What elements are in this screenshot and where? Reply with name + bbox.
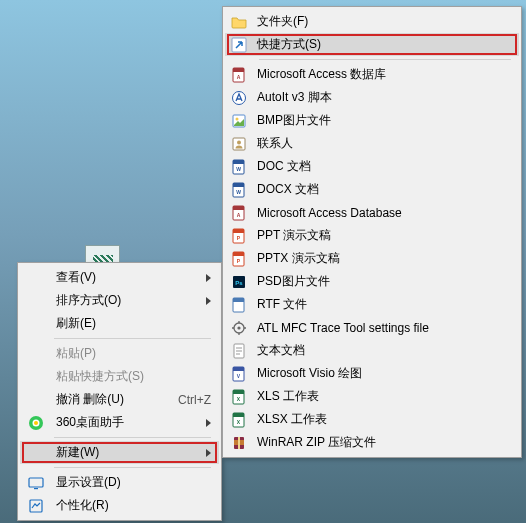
doc-icon: W [229, 159, 249, 175]
menu-item-label: 新建(W) [56, 444, 188, 461]
svg-text:W: W [236, 166, 241, 172]
context-menu: 查看(V) 排序方式(O) 刷新(E) 粘贴(P) 粘贴快捷方式(S) 撤消 删… [17, 262, 222, 521]
svg-point-14 [237, 140, 241, 144]
submenu-arrow-icon [206, 449, 211, 457]
360-icon [24, 415, 48, 431]
submenu-item[interactable]: AMicrosoft Access 数据库 [225, 63, 519, 86]
submenu-item[interactable]: AutoIt v3 脚本 [225, 86, 519, 109]
doc-icon: W [229, 182, 249, 198]
menu-item-new[interactable]: 新建(W) [20, 441, 219, 464]
svg-rect-25 [233, 229, 244, 233]
svg-rect-33 [233, 298, 244, 302]
svg-rect-5 [30, 500, 42, 512]
svg-rect-4 [34, 488, 38, 489]
menu-item-360[interactable]: 360桌面助手 [20, 411, 219, 434]
submenu-item[interactable]: AMicrosoft Access Database [225, 201, 519, 224]
blank-icon [24, 293, 48, 309]
ppt-icon: P [229, 228, 249, 244]
settings-icon [229, 320, 249, 336]
svg-point-12 [236, 117, 239, 120]
submenu-item[interactable]: PPPT 演示文稿 [225, 224, 519, 247]
blank-icon [24, 346, 48, 362]
svg-text:A: A [237, 212, 241, 218]
submenu-item[interactable]: 快捷方式(S) [225, 33, 519, 56]
submenu-item-label: PPTX 演示文稿 [257, 250, 511, 267]
menu-item-label: 个性化(R) [56, 497, 211, 514]
menu-item-label: 360桌面助手 [56, 414, 188, 431]
blank-icon [24, 270, 48, 286]
submenu-arrow-icon [206, 297, 211, 305]
svg-rect-16 [233, 160, 244, 164]
menu-item-refresh[interactable]: 刷新(E) [20, 312, 219, 335]
submenu-item-label: Microsoft Visio 绘图 [257, 365, 511, 382]
svg-rect-51 [233, 413, 244, 417]
submenu-item[interactable]: RTF 文件 [225, 293, 519, 316]
bmp-icon [229, 113, 249, 129]
menu-item-label: 显示设置(D) [56, 474, 211, 491]
menu-item-label: 粘贴快捷方式(S) [56, 368, 211, 385]
menu-item-undo-delete[interactable]: 撤消 删除(U) Ctrl+Z [20, 388, 219, 411]
submenu-item[interactable]: VMicrosoft Visio 绘图 [225, 362, 519, 385]
menu-item-label: 粘贴(P) [56, 345, 211, 362]
svg-text:A: A [237, 74, 241, 80]
submenu-item[interactable]: XXLSX 工作表 [225, 408, 519, 431]
access-icon: A [229, 205, 249, 221]
menu-item-label: 撤消 删除(U) [56, 391, 158, 408]
submenu-item[interactable]: BMP图片文件 [225, 109, 519, 132]
rtf-icon [229, 297, 249, 313]
submenu-item-label: AutoIt v3 脚本 [257, 89, 511, 106]
psd-icon: Ps [229, 274, 249, 290]
menu-item-view[interactable]: 查看(V) [20, 266, 219, 289]
submenu-item[interactable]: WinRAR ZIP 压缩文件 [225, 431, 519, 454]
submenu-item[interactable]: XXLS 工作表 [225, 385, 519, 408]
blank-icon [24, 316, 48, 332]
menu-separator [54, 338, 211, 339]
submenu-item-label: 联系人 [257, 135, 511, 152]
ppt-icon: P [229, 251, 249, 267]
submenu-item-label: ATL MFC Trace Tool settings file [257, 321, 511, 335]
submenu-item-label: WinRAR ZIP 压缩文件 [257, 434, 511, 451]
submenu-item-label: DOCX 文档 [257, 181, 511, 198]
submenu-item-label: Microsoft Access 数据库 [257, 66, 511, 83]
submenu-item-label: XLSX 工作表 [257, 411, 511, 428]
submenu-item[interactable]: ATL MFC Trace Tool settings file [225, 316, 519, 339]
blank-icon [24, 445, 48, 461]
new-submenu: 文件夹(F)快捷方式(S)AMicrosoft Access 数据库AutoIt… [222, 6, 522, 458]
menu-separator [54, 437, 211, 438]
submenu-item[interactable]: PsPSD图片文件 [225, 270, 519, 293]
submenu-item[interactable]: 联系人 [225, 132, 519, 155]
menu-item-sort[interactable]: 排序方式(O) [20, 289, 219, 312]
submenu-item-label: PSD图片文件 [257, 273, 511, 290]
menu-item-personalize[interactable]: 个性化(R) [20, 494, 219, 517]
submenu-item[interactable]: PPPTX 演示文稿 [225, 247, 519, 270]
svg-rect-28 [233, 252, 244, 256]
submenu-item[interactable]: WDOCX 文档 [225, 178, 519, 201]
menu-item-label: 查看(V) [56, 269, 188, 286]
contact-icon [229, 136, 249, 152]
svg-rect-55 [238, 437, 240, 449]
access-icon: A [229, 67, 249, 83]
visio-icon: V [229, 366, 249, 382]
svg-text:W: W [236, 189, 241, 195]
xls-icon: X [229, 412, 249, 428]
submenu-arrow-icon [206, 419, 211, 427]
menu-separator [54, 467, 211, 468]
svg-rect-3 [29, 478, 43, 487]
submenu-item-label: XLS 工作表 [257, 388, 511, 405]
personalize-icon [24, 498, 48, 514]
submenu-item[interactable]: WDOC 文档 [225, 155, 519, 178]
display-icon [24, 475, 48, 491]
svg-point-35 [237, 326, 240, 329]
svg-rect-22 [233, 206, 244, 210]
svg-rect-45 [233, 367, 244, 371]
txt-icon [229, 343, 249, 359]
menu-item-label: 刷新(E) [56, 315, 211, 332]
svg-rect-19 [233, 183, 244, 187]
submenu-item[interactable]: 文件夹(F) [225, 10, 519, 33]
submenu-item[interactable]: 文本文档 [225, 339, 519, 362]
svg-point-2 [34, 421, 38, 425]
submenu-arrow-icon [206, 274, 211, 282]
blank-icon [24, 369, 48, 385]
menu-item-display-settings[interactable]: 显示设置(D) [20, 471, 219, 494]
menu-item-label: 排序方式(O) [56, 292, 188, 309]
